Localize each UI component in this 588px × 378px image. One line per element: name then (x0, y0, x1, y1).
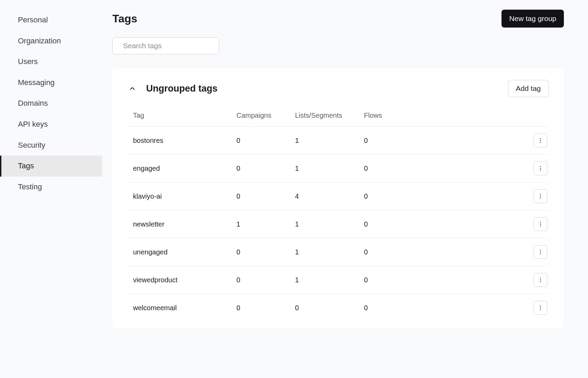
sidebar-item-api-keys[interactable]: API keys (0, 114, 102, 135)
table-row: unengaged010 (128, 238, 549, 266)
page-header: Tags New tag group (112, 10, 564, 28)
row-actions (405, 301, 549, 315)
cell-lists-segments: 1 (295, 220, 364, 228)
group-title: Ungrouped tags (146, 83, 217, 94)
add-tag-button[interactable]: Add tag (508, 80, 549, 97)
svg-point-3 (540, 140, 541, 141)
cell-tag: newsletter (133, 220, 236, 228)
cell-lists-segments: 0 (295, 304, 364, 312)
new-tag-group-button[interactable]: New tag group (501, 10, 564, 28)
svg-point-7 (540, 170, 541, 171)
svg-point-4 (540, 142, 541, 143)
svg-point-17 (540, 277, 541, 279)
cell-campaigns: 1 (236, 220, 295, 228)
table-head: Tag Campaigns Lists/Segments Flows (128, 112, 549, 127)
cell-tag: unengaged (133, 248, 236, 256)
column-lists-segments: Lists/Segments (295, 112, 364, 119)
row-actions (405, 273, 549, 287)
svg-point-21 (540, 307, 541, 308)
kebab-icon (537, 193, 544, 199)
svg-point-8 (540, 194, 541, 195)
page-title: Tags (112, 12, 137, 25)
cell-flows: 0 (364, 220, 405, 228)
cell-campaigns: 0 (236, 192, 295, 200)
cell-campaigns: 0 (236, 276, 295, 284)
cell-lists-segments: 1 (295, 276, 364, 284)
row-actions (405, 161, 549, 175)
cell-tag: engaged (133, 165, 236, 172)
cell-tag: klaviyo-ai (133, 192, 236, 200)
sidebar-item-messaging[interactable]: Messaging (0, 72, 102, 93)
cell-lists-segments: 1 (295, 248, 364, 256)
row-menu-button[interactable] (534, 161, 547, 175)
search-icon (118, 42, 119, 50)
kebab-icon (537, 165, 544, 171)
row-actions (405, 217, 549, 231)
search-box[interactable] (112, 37, 219, 54)
kebab-icon (537, 249, 544, 255)
table-row: welcomeemail000 (128, 294, 549, 322)
cell-campaigns: 0 (236, 304, 295, 312)
column-flows: Flows (364, 112, 405, 119)
table-row: viewedproduct010 (128, 266, 549, 294)
cell-campaigns: 0 (236, 248, 295, 256)
sidebar-item-personal[interactable]: Personal (0, 10, 102, 31)
cell-campaigns: 0 (236, 165, 295, 172)
svg-point-16 (540, 253, 541, 254)
settings-sidebar: Personal Organization Users Messaging Do… (0, 0, 102, 378)
sidebar-item-tags[interactable]: Tags (0, 156, 102, 177)
kebab-icon (537, 277, 544, 283)
svg-point-10 (540, 198, 541, 199)
svg-point-18 (540, 280, 541, 281)
kebab-icon (537, 305, 544, 311)
cell-tag: welcomeemail (133, 304, 236, 312)
cell-flows: 0 (364, 192, 405, 200)
table-row: newsletter110 (128, 210, 549, 238)
table-body: bostonres010engaged010klaviyo-ai040newsl… (128, 127, 549, 322)
svg-point-22 (540, 309, 541, 310)
row-actions (405, 189, 549, 203)
svg-point-13 (540, 225, 541, 227)
cell-flows: 0 (364, 276, 405, 284)
cell-flows: 0 (364, 304, 405, 312)
tag-group-card: Ungrouped tags Add tag Tag Campaigns Lis… (112, 68, 564, 328)
cell-flows: 0 (364, 248, 405, 256)
cell-flows: 0 (364, 137, 405, 145)
column-campaigns: Campaigns (236, 112, 295, 119)
search-input[interactable] (123, 42, 213, 50)
cell-campaigns: 0 (236, 137, 295, 145)
sidebar-item-testing[interactable]: Testing (0, 177, 102, 198)
cell-tag: bostonres (133, 137, 236, 145)
svg-point-14 (540, 250, 541, 251)
column-tag: Tag (133, 112, 236, 119)
svg-point-20 (540, 305, 541, 306)
svg-point-2 (540, 138, 541, 139)
cell-lists-segments: 1 (295, 137, 364, 145)
cell-flows: 0 (364, 165, 405, 172)
chevron-up-icon (129, 85, 136, 92)
main-content: Tags New tag group Ungrouped tags (102, 0, 578, 378)
cell-lists-segments: 1 (295, 165, 364, 172)
sidebar-item-domains[interactable]: Domains (0, 93, 102, 114)
kebab-icon (537, 137, 544, 144)
svg-point-19 (540, 281, 541, 282)
table-row: engaged010 (128, 155, 549, 182)
sidebar-item-users[interactable]: Users (0, 51, 102, 72)
svg-point-11 (540, 222, 541, 223)
sidebar-item-organization[interactable]: Organization (0, 31, 102, 52)
row-actions (405, 245, 549, 259)
row-menu-button[interactable] (534, 134, 547, 147)
row-actions (405, 134, 549, 147)
cell-tag: viewedproduct (133, 276, 236, 284)
row-menu-button[interactable] (534, 217, 547, 231)
collapse-toggle[interactable] (128, 84, 137, 93)
row-menu-button[interactable] (534, 301, 547, 315)
kebab-icon (537, 221, 544, 227)
svg-point-5 (540, 166, 541, 167)
row-menu-button[interactable] (534, 189, 547, 203)
row-menu-button[interactable] (534, 245, 547, 259)
svg-point-6 (540, 168, 541, 169)
row-menu-button[interactable] (534, 273, 547, 287)
sidebar-item-security[interactable]: Security (0, 135, 102, 156)
table-row: bostonres010 (128, 127, 549, 155)
